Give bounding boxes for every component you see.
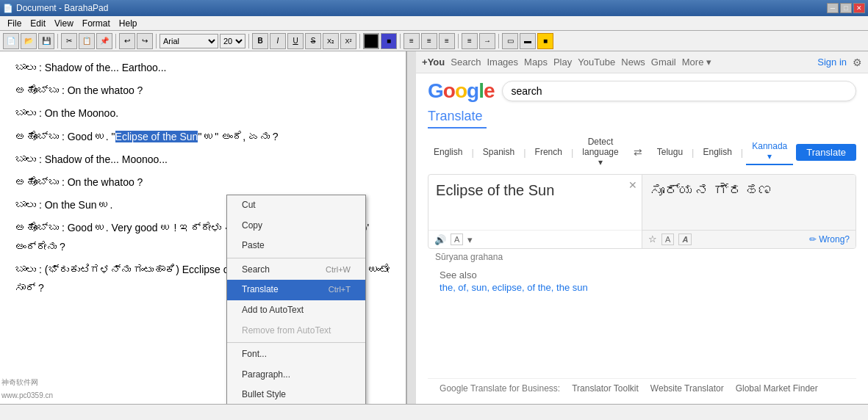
kannada-label-8: ಅಹೋಬ್ಬು : bbox=[15, 222, 65, 233]
toolbar-open[interactable]: 📂 bbox=[21, 33, 37, 49]
toolbar-undo[interactable]: ↩ bbox=[119, 33, 135, 49]
minimize-button[interactable]: ─ bbox=[827, 3, 839, 13]
toolbar-indent[interactable]: → bbox=[479, 33, 495, 49]
cm-search-label: Search bbox=[242, 262, 270, 278]
translation-close-icon[interactable]: ✕ bbox=[628, 179, 637, 191]
toolbar-sep7 bbox=[458, 34, 459, 48]
google-nav: +You Search Images Maps Play YouTube New… bbox=[422, 57, 711, 68]
wrong-link[interactable]: ✏ Wrong? bbox=[809, 234, 850, 245]
output-share-icon[interactable]: A bbox=[661, 233, 674, 245]
google-nav-maps[interactable]: Maps bbox=[524, 57, 548, 68]
doc-line-3: ಬಾಲು : On the Moonoo. bbox=[15, 104, 391, 123]
size-select[interactable]: 20 bbox=[220, 34, 245, 48]
cm-add-autotext[interactable]: Add to AutoText bbox=[227, 300, 365, 321]
toolbar-redo[interactable]: ↪ bbox=[137, 33, 153, 49]
toolbar-underline[interactable]: U bbox=[287, 33, 304, 49]
toolbar-italic[interactable]: I bbox=[270, 33, 286, 49]
cm-cut[interactable]: Cut bbox=[227, 195, 365, 216]
google-nav-more[interactable]: More ▾ bbox=[682, 57, 711, 68]
doc-text-5: Shadow of the... Moonoo... bbox=[45, 153, 168, 165]
document-area[interactable]: 神奇软件网 www.pc0359.cn ಬಾಲು : Shadow of the… bbox=[0, 51, 406, 404]
toolbar-save[interactable]: 💾 bbox=[38, 33, 54, 49]
see-also-links[interactable]: the, of, sun, eclipse, of the, the sun bbox=[440, 282, 844, 293]
input-dropdown-icon[interactable]: ▾ bbox=[467, 234, 473, 245]
toolbar-paste[interactable]: 📌 bbox=[96, 33, 112, 49]
toolbar-align-right[interactable]: ≡ bbox=[439, 33, 455, 49]
logo-e: e bbox=[484, 79, 495, 102]
cm-search[interactable]: Search Ctrl+W bbox=[227, 260, 365, 280]
translate-main-button[interactable]: Translate bbox=[796, 144, 856, 161]
close-button[interactable]: ✕ bbox=[853, 3, 865, 13]
cm-paragraph[interactable]: Paragraph... bbox=[227, 365, 365, 385]
google-nav-gmail[interactable]: Gmail bbox=[651, 57, 676, 68]
menu-view[interactable]: View bbox=[50, 17, 78, 30]
google-nav-you[interactable]: +You bbox=[422, 57, 445, 68]
toolbar-sep2 bbox=[115, 34, 116, 48]
translate-title-area: Translate bbox=[416, 109, 868, 128]
speaker-icon[interactable]: 🔊 bbox=[434, 234, 446, 245]
toolbar-copy[interactable]: 📋 bbox=[79, 33, 95, 49]
google-signin[interactable]: Sign in bbox=[817, 57, 847, 68]
menu-file[interactable]: File bbox=[3, 17, 26, 30]
output-copy-icon[interactable]: A bbox=[678, 233, 692, 245]
logo-g: G bbox=[428, 79, 443, 102]
toolbar-columns1[interactable]: ▭ bbox=[502, 33, 518, 49]
status-bar bbox=[0, 404, 868, 420]
toolbar-cut[interactable]: ✂ bbox=[61, 33, 77, 49]
cm-sep1 bbox=[227, 258, 365, 258]
toolbar-superscript[interactable]: X² bbox=[340, 33, 356, 49]
google-search-input[interactable] bbox=[502, 81, 856, 101]
lang-kannada[interactable]: Kannada ▾ bbox=[746, 139, 793, 165]
cm-sep2 bbox=[227, 342, 365, 343]
lang-french[interactable]: French bbox=[529, 145, 568, 159]
lang-english[interactable]: English bbox=[428, 145, 468, 159]
output-star-icon[interactable]: ☆ bbox=[648, 233, 657, 245]
menu-format[interactable]: Format bbox=[78, 17, 115, 30]
translation-output-controls: ☆ A A ✏ Wrong? bbox=[642, 230, 856, 248]
cm-paste[interactable]: Paste bbox=[227, 236, 365, 256]
cm-copy[interactable]: Copy bbox=[227, 216, 365, 236]
toolbar-list[interactable]: ≡ bbox=[462, 33, 478, 49]
toolbar-new[interactable]: 📄 bbox=[3, 33, 19, 49]
language-row: English | Spanish | French | Detect lang… bbox=[428, 134, 856, 170]
lang-target-english[interactable]: English bbox=[697, 145, 737, 159]
cm-cut-label: Cut bbox=[242, 198, 256, 214]
font-select[interactable]: Arial bbox=[159, 34, 218, 48]
footer-website-translator[interactable]: Website Translator bbox=[650, 383, 724, 394]
toolbar-highlight[interactable]: ■ bbox=[381, 33, 397, 49]
cm-translate-shortcut: Ctrl+T bbox=[329, 283, 351, 297]
phonetic-icon[interactable]: A bbox=[451, 233, 463, 245]
google-settings-icon[interactable]: ⚙ bbox=[853, 57, 862, 68]
google-nav-images[interactable]: Images bbox=[487, 57, 518, 68]
toolbar-subscript[interactable]: X₂ bbox=[323, 33, 339, 49]
maximize-button[interactable]: □ bbox=[840, 3, 852, 13]
footer-market-finder[interactable]: Global Market Finder bbox=[736, 383, 818, 394]
footer-toolkit[interactable]: Translator Toolkit bbox=[572, 383, 639, 394]
toolbar-sep1 bbox=[57, 34, 58, 48]
translation-input-text: Eclipse of the Sun bbox=[428, 175, 642, 230]
cm-bullet[interactable]: Bullet Style bbox=[227, 385, 365, 404]
translation-output-box: ಸೂರ್ಯನ ಗ್ರಹಣ ☆ A A ✏ Wrong? bbox=[642, 175, 856, 248]
doc-scrollbar[interactable] bbox=[406, 51, 416, 404]
menu-edit[interactable]: Edit bbox=[26, 17, 50, 30]
toolbar-strikethrough[interactable]: S bbox=[305, 33, 321, 49]
toolbar-color[interactable]: A bbox=[363, 33, 379, 49]
toolbar-align-center[interactable]: ≡ bbox=[421, 33, 437, 49]
toolbar-align-left[interactable]: ≡ bbox=[403, 33, 420, 49]
kannada-label-5: ಬಾಲು : bbox=[15, 153, 42, 165]
toolbar-bold[interactable]: B bbox=[252, 33, 268, 49]
cm-search-shortcut: Ctrl+W bbox=[326, 263, 351, 278]
google-nav-search[interactable]: Search bbox=[451, 57, 481, 68]
cm-translate[interactable]: Translate Ctrl+T bbox=[227, 280, 365, 300]
toolbar-columns2[interactable]: ▬ bbox=[520, 33, 536, 49]
google-nav-youtube[interactable]: YouTube bbox=[578, 57, 615, 68]
toolbar-insert[interactable]: ■ bbox=[537, 33, 553, 49]
lang-telugu[interactable]: Telugu bbox=[651, 145, 689, 159]
google-nav-play[interactable]: Play bbox=[553, 57, 572, 68]
menu-help[interactable]: Help bbox=[115, 17, 142, 30]
lang-spanish[interactable]: Spanish bbox=[477, 145, 520, 159]
kannada-label-3: ಬಾಲು : bbox=[15, 107, 42, 119]
cm-font[interactable]: Font... bbox=[227, 344, 365, 365]
google-nav-news[interactable]: News bbox=[621, 57, 645, 68]
lang-detect[interactable]: Detect language ▾ bbox=[576, 134, 624, 170]
